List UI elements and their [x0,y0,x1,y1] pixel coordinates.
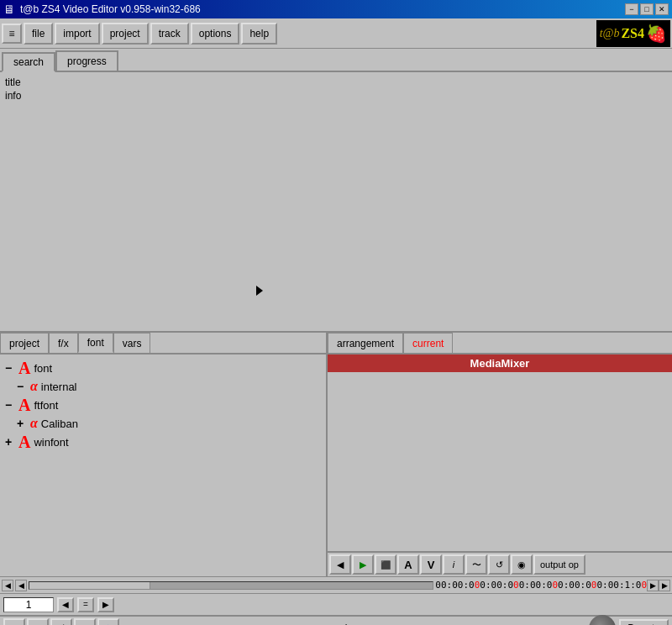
transport-play[interactable]: ▶ [352,554,374,575]
right-panel: arrangement current MediaMixer ◀ ▶ ⬛ A V… [328,333,672,576]
app-icon: 🖥 [3,3,15,16]
left-tab-vars[interactable]: vars [113,333,151,353]
left-panel: project f/x font vars − A font − α inter… [0,333,328,576]
tab-progress[interactable]: progress [55,50,118,71]
window-title: t@b ZS4 Video Editor v0.958-win32-686 [20,3,201,15]
collapse-icon: − [17,380,27,393]
search-area: title info [0,72,672,333]
menu-file[interactable]: file [24,23,53,45]
menu-icon-symbol: ≡ [8,28,14,39]
menu-bar: ≡ file import project track options help… [0,18,672,49]
font-name-label: internal [41,381,77,393]
timeline-track[interactable] [29,581,433,590]
close-button[interactable]: ✕ [655,3,669,15]
timeline-scroll-left2[interactable]: ◀ [15,580,27,591]
toolbar-star-btn[interactable]: ★ [97,618,119,625]
position-equal[interactable]: = [77,597,94,612]
font-type-icon: α [30,380,38,393]
right-tab-bar: arrangement current [328,333,672,355]
menu-project[interactable]: project [102,23,149,45]
maximize-button[interactable]: □ [640,3,654,15]
menu-help[interactable]: help [241,23,277,45]
donate-button[interactable]: Donate [619,619,669,625]
menu-import[interactable]: import [55,23,99,45]
font-type-icon: α [30,417,38,430]
font-name-label: font [34,362,52,375]
toolbar-export-btn[interactable]: ↲ [50,618,72,625]
right-tab-current[interactable]: current [403,333,453,353]
tab-bar: search progress [0,49,672,72]
font-name-label: ftfont [34,399,58,412]
position-display: 1 [3,597,54,612]
transport-loop[interactable]: ↺ [488,554,510,575]
list-item[interactable]: − α internal [3,378,323,395]
bottom-toolbar: ? ↵ ↲ ✕ ★ [3,618,119,625]
timeline-scroll-right2[interactable]: ▶ [659,580,670,591]
status-bar: ? ↵ ↲ ✕ ★ done. LO4D Donate [0,615,672,625]
media-mixer-label: MediaMixer [328,355,672,372]
position-next[interactable]: ▶ [97,597,114,612]
expand-icon: + [5,435,15,449]
logo-zs4-text: ZS4 [621,26,644,41]
list-item[interactable]: + α Caliban [3,415,323,432]
list-item[interactable]: − A font [3,358,323,378]
transport-rewind[interactable]: ◀ [329,554,351,575]
donate-area: LO4D Donate [589,615,669,625]
toolbar-delete-btn[interactable]: ✕ [74,618,96,625]
minimize-button[interactable]: − [625,3,638,15]
expand-icon: + [17,417,27,430]
timeline-bar: ◀ ◀ 00:00:00 0:00:00 0:00:00 0:00:00 0:0… [0,576,672,593]
toolbar-help-btn[interactable]: ? [3,618,25,625]
collapse-icon: − [5,398,15,412]
list-item[interactable]: − A ftfont [3,395,323,415]
timeline-scroll-left[interactable]: ◀ [2,580,13,591]
transport-wave[interactable]: 〜 [465,554,487,575]
transport-checkerboard[interactable]: ⬛ [375,554,396,575]
logo-area: t@b ZS4 🍓 [596,20,670,47]
left-tab-font[interactable]: font [78,333,113,353]
search-result-info[interactable]: info [3,89,669,102]
transport-record[interactable]: ◉ [511,554,533,575]
title-bar: 🖥 t@b ZS4 Video Editor v0.958-win32-686 … [0,0,672,18]
timeline-scroll: ◀ ◀ [2,580,27,591]
toolbar-import-btn[interactable]: ↵ [27,618,49,625]
right-tab-arrangement[interactable]: arrangement [328,333,403,353]
font-name-label: Caliban [41,418,78,430]
position-prev[interactable]: ◀ [57,597,74,612]
menu-options[interactable]: options [191,23,240,45]
font-name-label: winfont [34,436,68,449]
transport-v[interactable]: V [420,554,442,575]
logo-tab-text: t@b [600,27,620,40]
transport-info[interactable]: i [443,554,465,575]
transport-a[interactable]: A [397,554,419,575]
font-type-icon: A [18,397,30,413]
logo-icon: 🍓 [646,24,667,44]
left-tab-bar: project f/x font vars [0,333,326,355]
title-bar-left: 🖥 t@b ZS4 Video Editor v0.958-win32-686 [3,3,201,16]
logo-graphic: t@b ZS4 🍓 [596,20,670,47]
list-item[interactable]: + A winfont [3,432,323,452]
bottom-panel: project f/x font vars − A font − α inter… [0,333,672,576]
transport-bar: ◀ ▶ ⬛ A V i 〜 ↺ ◉ output op [328,551,672,576]
font-type-icon: A [18,433,30,450]
font-list: − A font − α internal − A ftfont + α Cal… [0,355,326,576]
menu-track[interactable]: track [150,23,189,45]
output-op-button[interactable]: output op [533,554,585,575]
timeline-scroll-right[interactable]: ▶ [647,580,659,591]
left-tab-project[interactable]: project [0,333,49,353]
tab-search[interactable]: search [2,52,55,72]
left-tab-fx[interactable]: f/x [49,333,78,353]
title-bar-buttons: − □ ✕ [625,3,669,15]
timeline-times: 00:00:00 0:00:00 0:00:00 0:00:00 0:00:1:… [435,580,647,591]
collapse-icon: − [5,361,15,375]
search-result-title[interactable]: title [3,76,669,89]
position-bar: 1 ◀ = ▶ [0,593,672,615]
logo4-circle: LO4D [589,615,616,625]
right-content-area [328,372,672,551]
font-type-icon: A [18,360,30,376]
menu-icon[interactable]: ≡ [2,24,22,44]
